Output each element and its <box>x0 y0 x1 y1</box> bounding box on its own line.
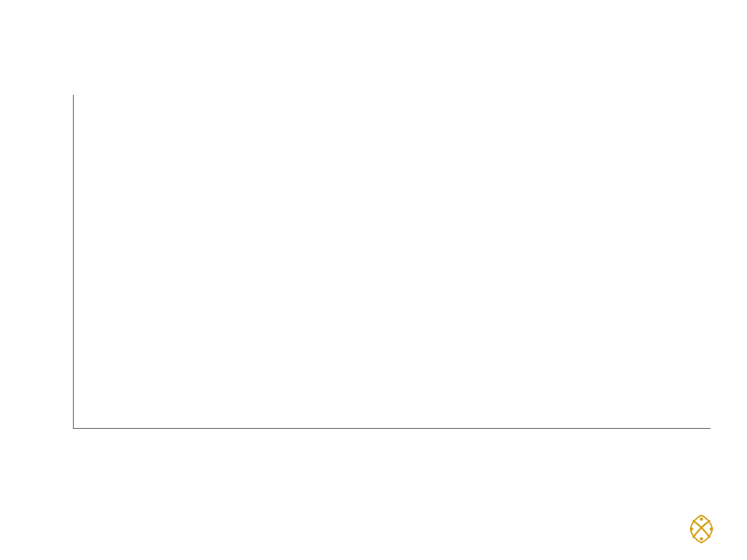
footer-left <box>29 524 35 534</box>
chart-container <box>29 80 718 472</box>
chart-area <box>73 95 711 429</box>
footer-right <box>678 513 718 545</box>
scatter-plot-svg <box>74 95 711 428</box>
svg-point-3 <box>710 527 713 531</box>
y-axis-label <box>29 95 44 429</box>
footer <box>0 513 747 545</box>
svg-point-0 <box>700 518 703 521</box>
svg-point-1 <box>700 537 703 541</box>
svg-point-2 <box>690 527 694 531</box>
logo-icon <box>685 513 718 545</box>
